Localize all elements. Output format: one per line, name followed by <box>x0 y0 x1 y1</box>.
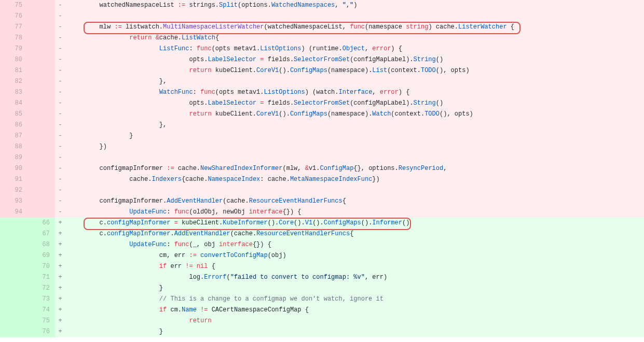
diff-line[interactable]: 82- }, <box>0 76 644 87</box>
diff-view: 75- watchedNamespaceList := strings.Spli… <box>0 0 644 342</box>
diff-line[interactable]: 75- watchedNamespaceList := strings.Spli… <box>0 0 644 11</box>
code-content: }, <box>65 120 644 131</box>
code-content: if err != nil { <box>65 261 644 272</box>
diff-marker: + <box>55 261 65 272</box>
line-number-old: 92 <box>0 185 28 196</box>
line-number-new <box>28 207 55 218</box>
line-number-new: 66 <box>28 218 55 229</box>
diff-line[interactable]: 84- opts.LabelSelector = fields.Selector… <box>0 98 644 109</box>
line-number-new <box>28 65 55 76</box>
line-number-old: 88 <box>0 141 28 152</box>
code-content: return kubeClient.CoreV1().ConfigMaps(na… <box>65 109 644 120</box>
code-content: opts.LabelSelector = fields.SelectorFrom… <box>65 54 644 65</box>
diff-line[interactable]: 81- return kubeClient.CoreV1().ConfigMap… <box>0 65 644 76</box>
line-number-new <box>28 152 55 163</box>
code-content: mlw := listwatch.MultiNamespaceListerWat… <box>65 22 644 33</box>
diff-marker: + <box>55 283 65 294</box>
diff-marker: - <box>55 33 65 44</box>
diff-line[interactable]: 83- WatchFunc: func(opts metav1.ListOpti… <box>0 87 644 98</box>
diff-marker: + <box>55 239 65 250</box>
line-number-new: 72 <box>28 283 55 294</box>
line-number-new: 67 <box>28 229 55 239</box>
code-content: return <box>65 316 644 326</box>
code-content: } <box>65 326 644 337</box>
diff-line[interactable]: 75+ return <box>0 316 644 326</box>
line-number-new <box>28 76 55 87</box>
diff-marker: - <box>55 152 65 163</box>
line-number-new <box>28 185 55 196</box>
diff-marker: - <box>55 65 65 76</box>
diff-line[interactable]: 86- }, <box>0 120 644 131</box>
line-number-new: 73 <box>28 294 55 305</box>
code-content: } <box>65 131 644 141</box>
line-number-old: 78 <box>0 33 28 44</box>
diff-line[interactable]: 91- cache.Indexers{cache.NamespaceIndex:… <box>0 174 644 185</box>
line-number-old: 76 <box>0 11 28 22</box>
line-number-new <box>28 0 55 11</box>
diff-line[interactable]: 72+ } <box>0 283 644 294</box>
line-number-new <box>28 120 55 131</box>
line-number-new <box>28 22 55 33</box>
diff-line[interactable]: 78- return &cache.ListWatch{ <box>0 33 644 44</box>
diff-line[interactable]: 68+ UpdateFunc: func(_, obj interface{})… <box>0 239 644 250</box>
diff-marker: - <box>55 54 65 65</box>
diff-marker: - <box>55 196 65 207</box>
diff-line[interactable]: 66+ c.configMapInformer = kubeClient.Kub… <box>0 218 644 229</box>
diff-marker: + <box>55 250 65 261</box>
diff-marker: - <box>55 185 65 196</box>
line-number-old: 87 <box>0 131 28 141</box>
diff-marker: + <box>55 218 65 229</box>
diff-marker: - <box>55 98 65 109</box>
diff-marker: + <box>55 305 65 316</box>
diff-marker: - <box>55 109 65 120</box>
diff-line[interactable]: 88- }) <box>0 141 644 152</box>
line-number-old <box>0 229 28 239</box>
diff-line[interactable]: 79- ListFunc: func(opts metav1.ListOptio… <box>0 44 644 54</box>
line-number-old: 75 <box>0 0 28 11</box>
line-number-new: 76 <box>28 326 55 337</box>
diff-line[interactable]: 80- opts.LabelSelector = fields.Selector… <box>0 54 644 65</box>
line-number-old: 80 <box>0 54 28 65</box>
line-number-new: 71 <box>28 272 55 283</box>
diff-line[interactable]: 90- configmapInformer := cache.NewShared… <box>0 163 644 174</box>
diff-line[interactable]: 69+ cm, err := convertToConfigMap(obj) <box>0 250 644 261</box>
line-number-old: 79 <box>0 44 28 54</box>
code-content: cm, err := convertToConfigMap(obj) <box>65 250 644 261</box>
diff-line[interactable]: 67+ c.configMapInformer.AddEventHandler(… <box>0 229 644 239</box>
code-content: return &cache.ListWatch{ <box>65 33 644 44</box>
line-number-old: 93 <box>0 196 28 207</box>
line-number-old: 77 <box>0 22 28 33</box>
code-content: log.Errorf("failed to convert to configm… <box>65 272 644 283</box>
diff-line[interactable]: 93- configmapInformer.AddEventHandler(ca… <box>0 196 644 207</box>
diff-marker: - <box>55 44 65 54</box>
line-number-new: 75 <box>28 316 55 326</box>
diff-marker: - <box>55 163 65 174</box>
code-content: WatchFunc: func(opts metav1.ListOptions)… <box>65 87 644 98</box>
diff-marker: - <box>55 141 65 152</box>
line-number-old: 82 <box>0 76 28 87</box>
diff-line[interactable]: 71+ log.Errorf("failed to convert to con… <box>0 272 644 283</box>
code-content: } <box>65 283 644 294</box>
diff-line[interactable]: 76+ } <box>0 326 644 337</box>
line-number-old <box>0 283 28 294</box>
diff-line[interactable]: 74+ if cm.Name != CACertNamespaceConfigM… <box>0 305 644 316</box>
line-number-old: 90 <box>0 163 28 174</box>
diff-line[interactable]: 94- UpdateFunc: func(oldObj, newObj inte… <box>0 207 644 218</box>
line-number-new: 69 <box>28 250 55 261</box>
diff-line[interactable]: 89- <box>0 152 644 163</box>
line-number-old: 81 <box>0 65 28 76</box>
diff-line[interactable]: 73+ // This is a change to a configmap w… <box>0 294 644 305</box>
diff-line[interactable]: 92- <box>0 185 644 196</box>
diff-line[interactable]: 70+ if err != nil { <box>0 261 644 272</box>
diff-line[interactable]: 76- <box>0 11 644 22</box>
diff-marker: - <box>55 174 65 185</box>
diff-line[interactable]: 85- return kubeClient.CoreV1().ConfigMap… <box>0 109 644 120</box>
code-content <box>65 11 644 22</box>
line-number-old: 86 <box>0 120 28 131</box>
diff-line[interactable]: 87- } <box>0 131 644 141</box>
line-number-new <box>28 131 55 141</box>
line-number-new <box>28 141 55 152</box>
diff-line[interactable]: 77- mlw := listwatch.MultiNamespaceListe… <box>0 22 644 33</box>
diff-marker: + <box>55 272 65 283</box>
line-number-old <box>0 326 28 337</box>
